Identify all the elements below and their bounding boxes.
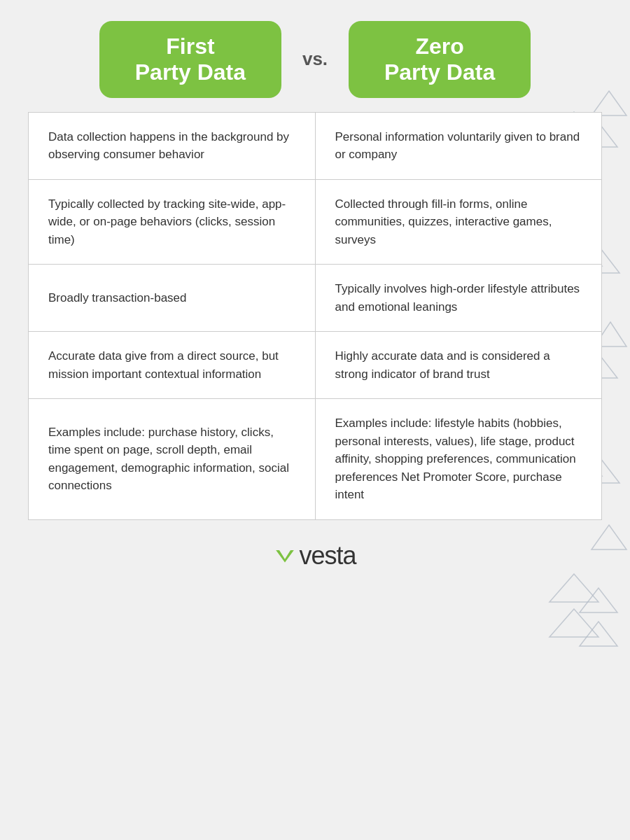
vesta-logo: vesta	[274, 541, 356, 570]
right-cell-3: Highly accurate data and is considered a…	[315, 332, 602, 399]
table-row: Typically collected by tracking site-wid…	[29, 179, 602, 265]
svg-marker-12	[580, 588, 617, 612]
right-cell-0: Personal information voluntarily given t…	[315, 112, 602, 179]
vesta-v-icon	[274, 545, 296, 567]
left-cell-2: Broadly transaction-based	[29, 265, 316, 332]
table-row: Accurate data give from a direct source,…	[29, 332, 602, 399]
table-row: Examples include: purchase history, clic…	[29, 399, 602, 520]
header: First Party Data vs. Zero Party Data	[28, 21, 602, 98]
left-cell-3: Accurate data give from a direct source,…	[29, 332, 316, 399]
svg-marker-18	[276, 550, 295, 563]
table-row: Broadly transaction-basedTypically invol…	[29, 265, 602, 332]
left-cell-1: Typically collected by tracking site-wid…	[29, 179, 316, 265]
zero-party-badge: Zero Party Data	[349, 21, 531, 98]
right-cell-1: Collected through fill-in forms, online …	[315, 179, 602, 265]
first-party-badge: First Party Data	[99, 21, 281, 98]
svg-marker-11	[550, 574, 598, 602]
left-cell-0: Data collection happens in the backgroun…	[29, 112, 316, 179]
svg-marker-13	[550, 609, 598, 637]
right-cell-4: Examples include: lifestyle habits (hobb…	[315, 399, 602, 520]
footer: vesta	[274, 541, 356, 570]
table-row: Data collection happens in the backgroun…	[29, 112, 602, 179]
page-wrapper: First Party Data vs. Zero Party Data Dat…	[28, 21, 602, 570]
comparison-table: Data collection happens in the backgroun…	[28, 112, 602, 520]
brand-name: vesta	[299, 541, 356, 570]
vs-label: vs.	[302, 48, 328, 70]
svg-marker-14	[580, 622, 617, 646]
left-cell-4: Examples include: purchase history, clic…	[29, 399, 316, 520]
right-cell-2: Typically involves high-order lifestyle …	[315, 265, 602, 332]
